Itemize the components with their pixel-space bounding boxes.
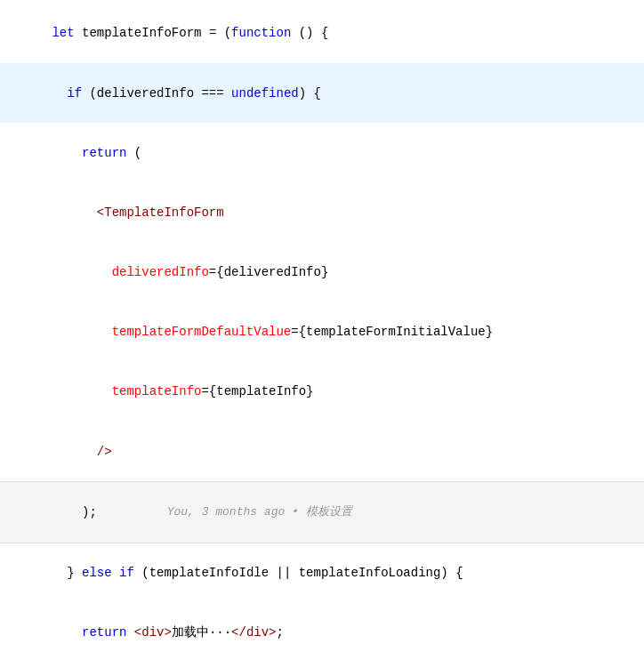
code-line-5: deliveredInfo={deliveredInfo}: [0, 243, 644, 302]
code-line-10: } else if (templateInfoIdle || templateI…: [0, 543, 644, 603]
code-line-3: return (: [0, 123, 644, 182]
code-line-9-annotation: ); You, 3 months ago • 模板设置: [0, 481, 644, 543]
code-line-7: templateInfo={templateInfo}: [0, 362, 644, 422]
code-line-11: return <div>加载中···</div>;: [0, 603, 644, 660]
code-editor: let templateInfoForm = (function () { if…: [0, 0, 644, 660]
code-line-1: let templateInfoForm = (function () {: [0, 4, 644, 63]
code-line-6: templateFormDefaultValue={templateFormIn…: [0, 302, 644, 362]
code-line-8: />: [0, 422, 644, 481]
git-blame-annotation: You, 3 months ago • 模板设置: [125, 485, 352, 540]
code-line-2: if (deliveredInfo === undefined) {: [0, 63, 644, 123]
code-line-4: <TemplateInfoForm: [0, 183, 644, 243]
